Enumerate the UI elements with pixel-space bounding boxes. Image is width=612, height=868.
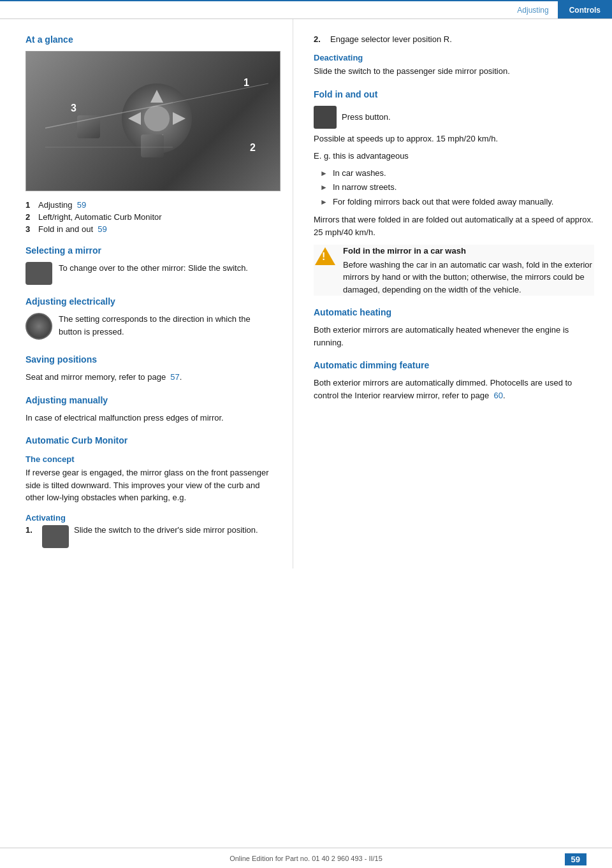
- glance-item-list: 1 Adjusting 59 2 Left/right, Automatic C…: [26, 200, 275, 234]
- list-item-3: 3 Fold in and out 59: [26, 224, 275, 234]
- selecting-mirror-row: To change over to the other mirror: Slid…: [26, 262, 275, 285]
- main-content: At a glance: [0, 19, 612, 568]
- concept-heading: The concept: [26, 454, 275, 464]
- dimming-link[interactable]: 60: [494, 391, 503, 400]
- svg-line-4: [45, 103, 173, 128]
- activating-step1: 1. Slide the switch to the driver's side…: [26, 525, 275, 548]
- press-button-label: Press button.: [342, 112, 391, 122]
- adjusting-electrically-icon: [26, 313, 52, 340]
- selecting-mirror-heading: Selecting a mirror: [26, 245, 275, 256]
- fold-bullet-1: ► In car washes.: [320, 168, 594, 180]
- automatic-curb-monitor-heading: Automatic Curb Monitor: [26, 435, 275, 445]
- svg-line-5: [173, 83, 268, 103]
- left-column: At a glance: [0, 19, 293, 568]
- fold-bullet-2-text: In narrow streets.: [333, 182, 397, 194]
- footer: Online Edition for Part no. 01 40 2 960 …: [0, 848, 612, 868]
- step1-num: 1.: [26, 525, 38, 535]
- warning-triangle: [315, 247, 335, 265]
- warning-body: Before washing the car in an automatic c…: [343, 260, 592, 294]
- header-controls-label: Controls: [558, 1, 612, 18]
- fold-bullet-list: ► In car washes. ► In narrow streets. ► …: [320, 168, 594, 209]
- adjusting-electrically-text: The setting corresponds to the direction…: [59, 313, 275, 338]
- item-label-3: Fold in and out 59: [38, 224, 107, 234]
- adjusting-electrically-row: The setting corresponds to the direction…: [26, 313, 275, 343]
- selecting-mirror-text: To change over to the other mirror: Slid…: [59, 262, 275, 275]
- fold-in-out-heading: Fold in and out: [314, 89, 594, 99]
- step2-row: 2. Engage selector lever position R.: [314, 34, 594, 44]
- concept-text: If reverse gear is engaged, the mirror g…: [26, 467, 275, 504]
- header-adjusting-label: Adjusting: [508, 1, 557, 18]
- list-item-1: 1 Adjusting 59: [26, 200, 275, 210]
- glance-image: 1 2 3: [26, 51, 280, 191]
- adjusting-manually-heading: Adjusting manually: [26, 395, 275, 405]
- fold-bullet-3-text: For folding mirrors back out that were f…: [333, 196, 554, 208]
- adjusting-electrically-heading: Adjusting electrically: [26, 296, 275, 307]
- deactivating-heading: Deactivating: [314, 53, 594, 62]
- activating-heading: Activating: [26, 513, 275, 523]
- item-label-1: Adjusting 59: [38, 200, 86, 210]
- bullet-arrow-2: ►: [320, 182, 328, 193]
- item-label-2: Left/right, Automatic Curb Monitor: [38, 212, 162, 222]
- fold-bullet-3: ► For folding mirrors back out that were…: [320, 196, 594, 208]
- header-bar: Adjusting Controls: [0, 1, 612, 19]
- right-column: 2. Engage selector lever position R. Dea…: [293, 19, 612, 568]
- press-button-icon: [314, 106, 337, 129]
- warning-icon: [314, 245, 337, 268]
- press-button-row: Press button.: [314, 106, 594, 129]
- bullet-arrow-3: ►: [320, 197, 328, 208]
- item-num-1: 1: [26, 200, 36, 210]
- step1-icon: [42, 525, 69, 548]
- saving-positions-link[interactable]: 57: [170, 372, 179, 382]
- auto-fold-text: Mirrors that were folded in are folded o…: [314, 213, 594, 238]
- footer-text: Online Edition for Part no. 01 40 2 960 …: [229, 855, 382, 862]
- bullet-arrow-1: ►: [320, 168, 328, 179]
- warning-text: Fold in the mirror in a car wash Before …: [343, 245, 594, 296]
- step2-text: Engage selector lever position R.: [330, 34, 452, 44]
- automatic-heating-heading: Automatic heating: [314, 307, 594, 317]
- automatic-dimming-heading: Automatic dimming feature: [314, 360, 594, 370]
- adjusting-manually-text: In case of electrical malfunction press …: [26, 412, 275, 424]
- saving-positions-text: Seat and mirror memory, refer to page 57…: [26, 371, 275, 384]
- page-number: 59: [565, 853, 586, 865]
- fold-bullet-2: ► In narrow streets.: [320, 182, 594, 194]
- list-item-2: 2 Left/right, Automatic Curb Monitor: [26, 212, 275, 222]
- saving-positions-heading: Saving positions: [26, 354, 275, 365]
- warning-box: Fold in the mirror in a car wash Before …: [314, 245, 594, 296]
- automatic-dimming-text: Both exterior mirrors are automatically …: [314, 377, 594, 401]
- fold-bullet-1-text: In car washes.: [333, 168, 386, 180]
- fold-eg-text: E. g. this is advantageous: [314, 150, 594, 163]
- warning-title: Fold in the mirror in a car wash: [343, 245, 594, 257]
- item-num-3: 3: [26, 224, 36, 234]
- automatic-heating-text: Both exterior mirrors are automatically …: [314, 324, 594, 349]
- step2-num: 2.: [314, 34, 326, 44]
- step1-text: Slide the switch to the driver's side mi…: [74, 525, 258, 535]
- item-num-2: 2: [26, 212, 36, 222]
- selecting-mirror-icon: [26, 262, 52, 285]
- at-a-glance-heading: At a glance: [26, 34, 275, 45]
- fold-speed-text: Possible at speeds up to approx. 15 mph/…: [314, 133, 594, 145]
- item-link-3[interactable]: 59: [98, 224, 106, 234]
- deactivating-text: Slide the switch to the passenger side m…: [314, 65, 594, 78]
- item-link-1[interactable]: 59: [77, 200, 86, 210]
